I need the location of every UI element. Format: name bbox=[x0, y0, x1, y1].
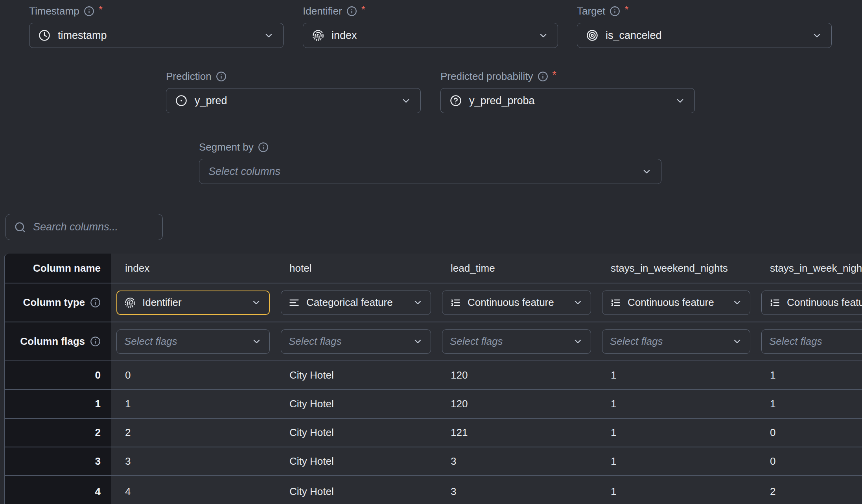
table-cell: 1 bbox=[597, 361, 756, 390]
column-flags-select-hotel[interactable]: Select flags bbox=[281, 329, 431, 354]
timestamp-select[interactable]: timestamp bbox=[29, 23, 284, 48]
prediction-label-text: Prediction bbox=[166, 70, 212, 83]
target-label: Target * bbox=[577, 2, 832, 20]
chevron-down-icon bbox=[573, 336, 583, 347]
predicted-probability-label: Predicted probability * bbox=[440, 68, 695, 85]
column-flags-row-header: Column flags bbox=[5, 322, 111, 361]
table-cell: 3 bbox=[111, 447, 275, 476]
dataset-setup-page: Timestamp * timestamp Identifier * index… bbox=[0, 0, 862, 504]
identifier-label-text: Identifier bbox=[303, 5, 342, 17]
column-type-select-stays-week[interactable]: Continuous feature bbox=[761, 291, 862, 315]
row-index: 0 bbox=[5, 361, 111, 390]
table-cell: 3 bbox=[437, 447, 597, 476]
chevron-down-icon bbox=[812, 30, 822, 41]
prediction-label: Prediction bbox=[166, 68, 421, 85]
table-cell: 2 bbox=[756, 476, 862, 504]
row-index: 1 bbox=[5, 390, 111, 419]
timestamp-label-text: Timestamp bbox=[29, 5, 79, 17]
flags-placeholder: Select flags bbox=[289, 335, 341, 348]
column-header: stays_in_weekend_nights bbox=[597, 254, 756, 283]
target-icon bbox=[586, 29, 598, 41]
column-type-value: Continuous feature bbox=[787, 296, 862, 309]
fingerprint-icon bbox=[312, 29, 324, 41]
chevron-down-icon bbox=[641, 166, 652, 177]
clock-icon bbox=[39, 29, 50, 41]
chevron-down-icon bbox=[263, 30, 274, 41]
column-type-value: Categorical feature bbox=[306, 296, 393, 309]
corner-header-cell: Column name bbox=[5, 254, 111, 283]
table-cell: 0 bbox=[111, 361, 275, 390]
info-icon[interactable] bbox=[610, 6, 620, 17]
search-icon bbox=[14, 221, 26, 233]
column-header: index bbox=[111, 254, 275, 283]
table-cell: 3 bbox=[437, 476, 597, 504]
table-cell: City Hotel bbox=[275, 390, 437, 419]
column-type-select-lead-time[interactable]: Continuous feature bbox=[442, 291, 591, 315]
circle-dot-icon bbox=[175, 95, 187, 107]
flags-placeholder: Select flags bbox=[769, 335, 822, 348]
info-icon[interactable] bbox=[538, 71, 548, 82]
column-flags-row-label: Column flags bbox=[20, 335, 85, 348]
info-icon[interactable] bbox=[258, 142, 269, 153]
column-type-value: Continuous feature bbox=[468, 296, 554, 309]
predicted-probability-select[interactable]: y_pred_proba bbox=[440, 88, 695, 113]
segment-by-field: Segment by Select columns bbox=[199, 138, 661, 184]
column-type-select-stays-weekend[interactable]: Continuous feature bbox=[602, 291, 750, 315]
info-icon[interactable] bbox=[90, 297, 101, 308]
table-cell: City Hotel bbox=[275, 419, 437, 447]
table-cell: 120 bbox=[437, 361, 597, 390]
target-label-text: Target bbox=[577, 5, 605, 17]
prediction-select-value: y_pred bbox=[195, 95, 227, 107]
search-columns-input[interactable] bbox=[32, 221, 154, 234]
prediction-field: Prediction y_pred bbox=[166, 68, 421, 113]
chevron-down-icon bbox=[251, 336, 262, 347]
info-icon[interactable] bbox=[84, 6, 94, 17]
chevron-down-icon bbox=[732, 297, 742, 308]
segment-by-select[interactable]: Select columns bbox=[199, 159, 661, 184]
target-field: Target * is_canceled bbox=[577, 2, 832, 48]
chevron-down-icon bbox=[573, 297, 583, 308]
target-select[interactable]: is_canceled bbox=[577, 23, 832, 48]
segment-by-placeholder: Select columns bbox=[208, 166, 280, 178]
table-cell: 1 bbox=[111, 390, 275, 419]
table-cell: 1 bbox=[756, 361, 862, 390]
predicted-probability-select-value: y_pred_proba bbox=[469, 95, 535, 107]
table-cell: 2 bbox=[111, 419, 275, 447]
column-type-row-header: Column type bbox=[5, 283, 111, 322]
info-icon[interactable] bbox=[216, 71, 227, 82]
column-flags-select-stays-weekend[interactable]: Select flags bbox=[602, 329, 750, 354]
column-flags-select-index[interactable]: Select flags bbox=[116, 329, 270, 354]
column-type-select-index[interactable]: Identifier bbox=[116, 291, 270, 315]
row-index: 4 bbox=[5, 476, 111, 504]
table-cell: 121 bbox=[437, 419, 597, 447]
prediction-select[interactable]: y_pred bbox=[166, 88, 421, 113]
timestamp-label: Timestamp * bbox=[29, 2, 284, 20]
search-columns-box[interactable] bbox=[6, 214, 163, 240]
identifier-select-value: index bbox=[332, 29, 357, 42]
identifier-label: Identifier * bbox=[303, 2, 558, 20]
info-icon[interactable] bbox=[90, 336, 101, 347]
column-header: hotel bbox=[275, 254, 437, 283]
column-type-select-hotel[interactable]: Categorical feature bbox=[281, 291, 431, 315]
target-select-value: is_canceled bbox=[606, 29, 662, 42]
row-index: 2 bbox=[5, 419, 111, 447]
required-asterisk: * bbox=[361, 4, 365, 16]
numbered-list-icon bbox=[769, 297, 780, 308]
columns-config-table: Column name index hotel lead_time stays_… bbox=[4, 254, 862, 504]
flags-placeholder: Select flags bbox=[450, 335, 503, 348]
table-cell: 1 bbox=[756, 390, 862, 419]
column-flags-select-stays-week[interactable]: Select flags bbox=[761, 329, 862, 354]
column-header: stays_in_week_nights bbox=[756, 254, 862, 283]
required-asterisk: * bbox=[99, 4, 103, 16]
flags-placeholder: Select flags bbox=[610, 335, 663, 348]
info-icon[interactable] bbox=[346, 6, 357, 17]
predicted-probability-field: Predicted probability * y_pred_proba bbox=[440, 68, 695, 113]
chevron-down-icon bbox=[413, 336, 423, 347]
column-type-row-label: Column type bbox=[23, 296, 85, 309]
table-cell: 0 bbox=[756, 447, 862, 476]
help-circle-icon bbox=[450, 95, 462, 107]
column-type-value: Continuous feature bbox=[628, 296, 714, 309]
fingerprint-icon bbox=[125, 297, 136, 308]
column-flags-select-lead-time[interactable]: Select flags bbox=[442, 329, 591, 354]
identifier-select[interactable]: index bbox=[303, 23, 558, 48]
